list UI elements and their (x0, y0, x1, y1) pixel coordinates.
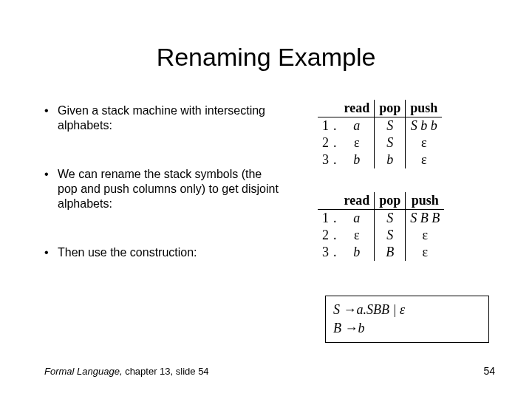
row-number: 3 (318, 244, 333, 261)
grammar-rhs: b (358, 321, 365, 335)
cell-push: S B B (406, 210, 445, 228)
bullet-3: Then use the construction: (44, 245, 281, 260)
col-read: read (340, 192, 375, 210)
col-pop: pop (375, 192, 406, 210)
cell-read: b (340, 151, 375, 168)
cell-read: b (340, 244, 375, 261)
col-push: push (406, 100, 443, 117)
cell-push: ε (406, 134, 443, 151)
cell-pop: S (375, 117, 406, 135)
table-row: 1 . a S S b b (318, 117, 442, 135)
footer-book: Formal Language, (44, 366, 123, 377)
row-dot: . (333, 151, 340, 168)
row-dot: . (333, 117, 340, 135)
row-number: 2 (318, 134, 333, 151)
table-row: 2 . ε S ε (318, 134, 442, 151)
table-row: 3 . b b ε (318, 151, 442, 168)
arrow-icon: → (345, 321, 358, 335)
cell-pop: B (375, 244, 406, 261)
footer-rest: chapter 13, slide 54 (123, 366, 209, 377)
slide-title: Renaming Example (0, 43, 532, 72)
grammar-line-2: B →b (333, 319, 481, 338)
transition-table-2: read pop push 1 . a S S B B 2 . ε S ε 3 … (318, 192, 444, 261)
row-dot: . (333, 244, 340, 261)
col-pop: pop (375, 100, 406, 117)
grammar-lhs: B (333, 321, 345, 335)
row-dot: . (333, 210, 340, 228)
row-number: 2 (318, 227, 333, 244)
cell-pop: b (375, 151, 406, 168)
row-number: 3 (318, 151, 333, 168)
grammar-line-1: S →a.SBB | ε (333, 301, 481, 319)
cell-push: ε (406, 227, 445, 244)
transition-table-1: read pop push 1 . a S S b b 2 . ε S ε 3 … (318, 100, 442, 168)
cell-push: ε (406, 244, 445, 261)
cell-push: ε (406, 151, 443, 168)
cell-push: S b b (406, 117, 443, 135)
table-row: 3 . b B ε (318, 244, 444, 261)
col-push: push (406, 192, 445, 210)
cell-read: a (340, 210, 375, 228)
bullet-1: Given a stack machine with intersecting … (44, 103, 281, 133)
table-row: 2 . ε S ε (318, 227, 444, 244)
footer-citation: Formal Language, chapter 13, slide 54 (44, 366, 209, 377)
page-number: 54 (483, 365, 495, 377)
slide: Renaming Example Given a stack machine w… (0, 0, 532, 399)
grammar-box: S →a.SBB | ε B →b (325, 296, 489, 343)
arrow-icon: → (344, 302, 357, 317)
grammar-lhs: S (333, 302, 344, 317)
cell-pop: S (375, 134, 406, 151)
row-number: 1 (318, 210, 333, 228)
bullet-list: Given a stack machine with intersecting … (44, 103, 281, 294)
cell-read: ε (340, 227, 375, 244)
table-header-row: read pop push (318, 192, 444, 210)
cell-pop: S (375, 227, 406, 244)
row-number: 1 (318, 117, 333, 135)
cell-pop: S (375, 210, 406, 228)
row-dot: . (333, 134, 340, 151)
bullet-2: We can rename the stack symbols (the pop… (44, 167, 281, 211)
cell-read: a (340, 117, 375, 135)
grammar-rhs: a.SBB | ε (357, 302, 406, 317)
row-dot: . (333, 227, 340, 244)
cell-read: ε (340, 134, 375, 151)
table-row: 1 . a S S B B (318, 210, 444, 228)
table-header-row: read pop push (318, 100, 442, 117)
col-read: read (340, 100, 375, 117)
